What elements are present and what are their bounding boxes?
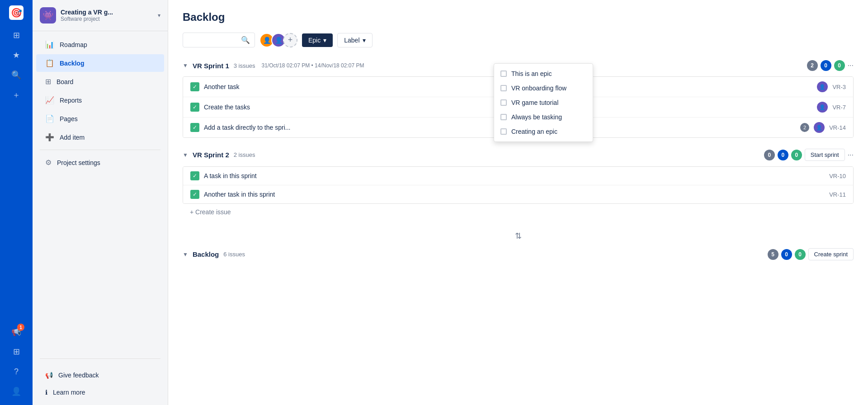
epic-option-vr-game-tutorial[interactable]: VR game tutorial xyxy=(494,95,593,110)
backlog-badges: 5 0 0 Create sprint xyxy=(768,248,854,260)
sprint-1-toggle[interactable]: ▼ xyxy=(183,62,188,69)
sidebar-divider xyxy=(40,150,160,150)
sprint-2-name: VR Sprint 2 xyxy=(193,151,229,159)
sprint-2-badge-gray: 0 xyxy=(764,150,775,160)
user-avatar-icon[interactable]: 👤 xyxy=(8,383,24,400)
sprint-1-menu-icon[interactable]: ··· xyxy=(848,61,854,70)
task-type-icon: ✓ xyxy=(190,171,199,180)
epic-option-always-be-tasking[interactable]: Always be tasking xyxy=(494,110,593,124)
icon-bar: 🎯 ⊞ ★ 🔍 ＋ 📢 1 ⊞ ? 👤 xyxy=(0,0,33,405)
epic-checkbox-3[interactable] xyxy=(500,99,507,106)
backlog-toggle[interactable]: ▼ xyxy=(183,251,188,258)
backlog-badge-green: 0 xyxy=(795,249,806,260)
label-button-label: Label xyxy=(344,37,359,44)
search-input[interactable] xyxy=(188,37,238,44)
give-feedback-label: Give feedback xyxy=(58,372,99,379)
sidebar: 👾 Creating a VR g... Software project ▾ … xyxy=(33,0,168,405)
epic-checkbox-1[interactable] xyxy=(500,71,507,77)
sidebar-item-give-feedback[interactable]: 📢 Give feedback xyxy=(36,367,164,383)
sidebar-item-pages-label: Pages xyxy=(60,115,78,122)
epic-option-label-2: VR onboarding flow xyxy=(511,85,566,92)
epic-option-this-is-an-epic[interactable]: This is an epic xyxy=(494,66,593,81)
app-logo[interactable]: 🎯 xyxy=(9,5,24,20)
sidebar-item-pages[interactable]: 📄 Pages xyxy=(36,110,164,127)
feedback-icon: 📢 xyxy=(45,372,53,379)
sidebar-item-add-item[interactable]: ➕ Add item xyxy=(36,128,164,146)
task-type-icon: ✓ xyxy=(190,103,199,112)
label-chevron-icon: ▾ xyxy=(363,37,366,44)
grid-apps-icon[interactable]: ⊞ xyxy=(8,344,24,360)
board-icon: ⊞ xyxy=(45,77,51,86)
sprint-1-date: 31/Oct/18 02:07 PM • 14/Nov/18 02:07 PM xyxy=(261,62,364,69)
table-row[interactable]: ✓ Another task in this sprint VR-11 xyxy=(183,185,853,203)
task-name: A task in this sprint xyxy=(204,172,825,179)
task-id: VR-14 xyxy=(829,124,846,131)
epic-checkbox-2[interactable] xyxy=(500,85,507,91)
sidebar-item-reports-label: Reports xyxy=(60,97,82,104)
task-id: VR-7 xyxy=(832,104,846,111)
epic-checkbox-4[interactable] xyxy=(500,114,507,120)
task-type-icon: ✓ xyxy=(190,123,199,132)
avatar-group: 👤 👤 + xyxy=(259,33,297,47)
star-icon[interactable]: ★ xyxy=(8,47,24,63)
sidebar-bottom: 📢 Give feedback ℹ Learn more xyxy=(33,363,168,405)
epic-option-creating-an-epic[interactable]: Creating an epic xyxy=(494,124,593,139)
sprint-2-badge-blue: 0 xyxy=(778,150,788,160)
search-icon[interactable]: 🔍 xyxy=(8,67,24,83)
roadmap-icon: 📊 xyxy=(45,40,54,49)
avatar: 👤 xyxy=(814,122,825,133)
sidebar-nav: 📊 Roadmap 📋 Backlog ⊞ Board 📈 Reports 📄 … xyxy=(33,31,168,355)
epic-option-vr-onboarding-flow[interactable]: VR onboarding flow xyxy=(494,81,593,95)
sprint-2-badges: 0 0 0 Start sprint ··· xyxy=(764,149,854,161)
avatar: 👤 xyxy=(817,102,828,113)
add-avatar-button[interactable]: + xyxy=(283,33,297,47)
backlog-count: 6 issues xyxy=(223,251,245,258)
notifications-icon[interactable]: 📢 1 xyxy=(8,324,24,340)
add-project-icon[interactable]: ＋ xyxy=(8,87,24,103)
sprint-2-menu-icon[interactable]: ··· xyxy=(848,151,854,159)
backlog-name: Backlog xyxy=(193,250,219,258)
reports-icon: 📈 xyxy=(45,96,54,104)
epic-checkbox-5[interactable] xyxy=(500,128,507,135)
search-box[interactable]: 🔍 xyxy=(183,33,255,47)
avatar: 👤 xyxy=(817,81,828,92)
epic-filter-button[interactable]: Epic ▾ xyxy=(302,33,333,47)
sidebar-bottom-divider xyxy=(40,358,160,359)
backlog-badge-gray: 5 xyxy=(768,249,778,260)
task-id: VR-11 xyxy=(829,191,846,198)
help-icon[interactable]: ? xyxy=(8,363,24,380)
pages-icon: 📄 xyxy=(45,114,54,123)
sidebar-item-roadmap[interactable]: 📊 Roadmap xyxy=(36,36,164,53)
sprint-2-toggle[interactable]: ▼ xyxy=(183,152,188,158)
table-row[interactable]: ✓ A task in this sprint VR-10 xyxy=(183,167,853,185)
sprint-1-name: VR Sprint 1 xyxy=(193,62,229,70)
sidebar-item-project-settings[interactable]: ⚙ Project settings xyxy=(36,154,164,171)
sprint-1-count: 3 issues xyxy=(234,62,255,69)
create-issue-button[interactable]: + Create issue xyxy=(183,204,854,220)
sprint-1-badges: 2 0 0 ··· xyxy=(807,60,854,71)
info-icon: ℹ xyxy=(45,389,47,396)
epic-option-label-1: This is an epic xyxy=(511,70,552,77)
sidebar-chevron-icon[interactable]: ▾ xyxy=(158,12,160,19)
epic-button-label: Epic xyxy=(308,37,321,44)
epic-option-label-5: Creating an epic xyxy=(511,128,557,135)
home-icon[interactable]: ⊞ xyxy=(8,27,24,43)
create-sprint-button[interactable]: Create sprint xyxy=(808,248,854,260)
task-type-icon: ✓ xyxy=(190,190,199,199)
sidebar-item-backlog-label: Backlog xyxy=(60,60,84,67)
main-content: Backlog 🔍 👤 👤 + Epic ▾ Label ▾ This is a… xyxy=(168,0,868,405)
project-avatar: 👾 xyxy=(40,7,56,24)
backlog-divider: ⇅ xyxy=(183,227,854,245)
task-id: VR-10 xyxy=(829,173,846,179)
task-type-icon: ✓ xyxy=(190,82,199,91)
sidebar-item-backlog[interactable]: 📋 Backlog xyxy=(36,54,164,72)
epic-option-label-4: Always be tasking xyxy=(511,113,562,121)
project-type: Software project xyxy=(61,16,153,22)
label-filter-button[interactable]: Label ▾ xyxy=(337,33,372,47)
project-name: Creating a VR g... xyxy=(61,9,153,16)
start-sprint-button[interactable]: Start sprint xyxy=(805,149,845,161)
sidebar-item-reports[interactable]: 📈 Reports xyxy=(36,91,164,109)
notification-count: 1 xyxy=(17,324,24,331)
sidebar-item-board[interactable]: ⊞ Board xyxy=(36,73,164,90)
sidebar-item-learn-more[interactable]: ℹ Learn more xyxy=(36,384,164,400)
